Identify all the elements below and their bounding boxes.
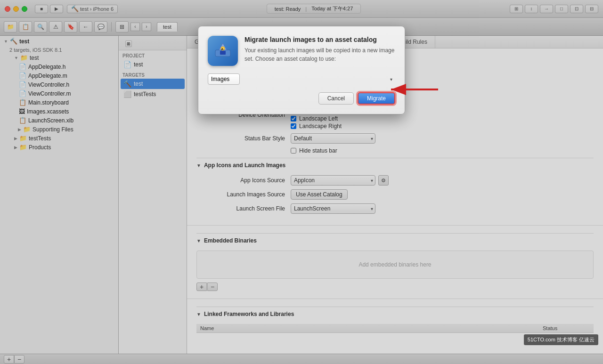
modal-header: A Migrate launch images to an asset cata… bbox=[208, 36, 395, 66]
modal-overlay: A Migrate launch images to an asset cata… bbox=[0, 0, 603, 364]
modal-catalog-select[interactable]: Images bbox=[208, 73, 240, 85]
modal-text-block: Migrate launch images to an asset catalo… bbox=[244, 36, 395, 63]
svg-text:A: A bbox=[221, 47, 224, 51]
modal-buttons: Cancel Migrate bbox=[208, 92, 395, 105]
svg-rect-2 bbox=[220, 51, 226, 55]
modal-description: Your existing launch images will be copi… bbox=[244, 46, 395, 63]
modal-select-row: Images bbox=[208, 73, 395, 85]
watermark: 51CTO.com 技术博客 亿速云 bbox=[524, 334, 598, 345]
cancel-button[interactable]: Cancel bbox=[318, 92, 354, 105]
modal-icon: A bbox=[208, 36, 238, 66]
migrate-button[interactable]: Migrate bbox=[358, 92, 395, 105]
migrate-modal: A Migrate launch images to an asset cata… bbox=[198, 26, 405, 114]
modal-select-wrapper: Images bbox=[208, 73, 395, 85]
modal-title: Migrate launch images to an asset catalo… bbox=[244, 36, 395, 43]
